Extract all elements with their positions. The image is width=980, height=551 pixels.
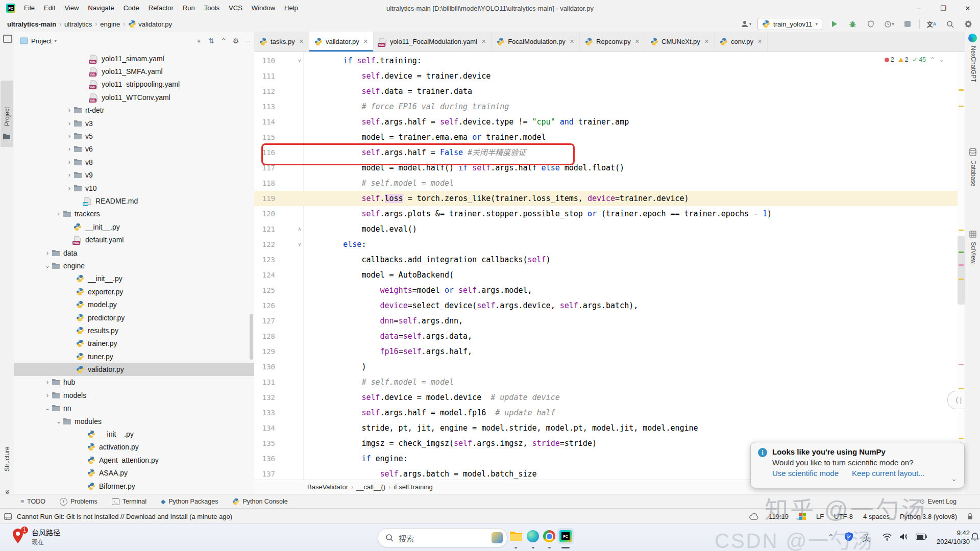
- tab-close-icon[interactable]: ✕: [363, 38, 368, 45]
- tree-item-yolo11_simam.yaml[interactable]: YMLyolo11_simam.yaml: [14, 52, 254, 65]
- stripe-mark[interactable]: [959, 106, 964, 107]
- toolbar-python-console[interactable]: Python Console: [232, 498, 287, 506]
- code-line-114[interactable]: 114 self.args.half = self.device.type !=…: [254, 114, 958, 130]
- editor-breadcrumb-item[interactable]: BaseValidator: [307, 483, 348, 491]
- menu-edit[interactable]: Edit: [39, 0, 60, 16]
- fold-marker-icon[interactable]: ∨: [295, 53, 304, 68]
- tree-item-trainer.py[interactable]: trainer.py: [14, 337, 254, 350]
- toolbar-problems[interactable]: !Problems: [60, 498, 97, 506]
- fold-marker-icon[interactable]: ∨: [295, 237, 304, 252]
- sync-cloud-icon[interactable]: [749, 513, 758, 520]
- use-scientific-mode-link[interactable]: Use scientific mode: [772, 469, 839, 478]
- taskbar-widget[interactable]: 1 台风路径 现在: [11, 527, 60, 546]
- toolbar-python-packages[interactable]: ◆Python Packages: [161, 498, 218, 506]
- tree-item-README.md[interactable]: MDREADME.md: [14, 194, 254, 207]
- menu-tools[interactable]: Tools: [200, 0, 224, 16]
- tree-item-hub[interactable]: ›hub: [14, 376, 254, 389]
- close-button[interactable]: ✕: [955, 0, 980, 16]
- tab-conv.py[interactable]: conv.py✕: [715, 32, 768, 52]
- breadcrumb-item[interactable]: engine: [100, 20, 120, 28]
- tree-chevron-icon[interactable]: ›: [43, 392, 52, 399]
- tree-chevron-icon[interactable]: ⌄: [55, 418, 63, 425]
- code-line-115[interactable]: 115 model = trainer.ema.ema or trainer.m…: [254, 130, 958, 145]
- tab-close-icon[interactable]: ✕: [635, 38, 640, 45]
- tree-item-model.py[interactable]: model.py: [14, 298, 254, 311]
- tree-chevron-icon[interactable]: ›: [65, 185, 74, 192]
- tab-close-icon[interactable]: ✕: [704, 38, 709, 45]
- taskbar-search[interactable]: 搜索: [378, 528, 507, 547]
- code-line-124[interactable]: 124 model = AutoBackend(: [254, 267, 958, 283]
- tree-chevron-icon[interactable]: ›: [55, 210, 63, 217]
- tree-item-validator.py[interactable]: validator.py: [14, 363, 254, 375]
- tree-chevron-icon[interactable]: ›: [43, 379, 52, 386]
- tree-item-engine[interactable]: ⌄engine: [14, 259, 254, 272]
- code-line-111[interactable]: 111 self.device = trainer.device: [254, 68, 958, 84]
- search-everywhere-icon[interactable]: [943, 18, 957, 30]
- maximize-button[interactable]: ❐: [931, 0, 955, 16]
- pycharm-taskbar-icon[interactable]: PC: [557, 528, 574, 544]
- tree-item-__init__.py[interactable]: __init__.py: [14, 272, 254, 285]
- security-shield-icon[interactable]: [844, 532, 853, 542]
- tree-item-ASAA.py[interactable]: ASAA.py: [14, 467, 254, 480]
- nexchatgpt-stripe-label[interactable]: NexChatGPT: [970, 46, 977, 82]
- breadcrumb-item[interactable]: ultralytics: [64, 20, 92, 28]
- tree-item-trackers[interactable]: ›trackers: [14, 208, 254, 220]
- chrome-browser-icon[interactable]: [543, 530, 555, 542]
- stripe-mark[interactable]: [959, 89, 964, 91]
- tree-item-nn[interactable]: ⌄nn: [14, 402, 254, 415]
- tree-item-v8[interactable]: ›v8: [14, 156, 254, 168]
- stripe-mark[interactable]: [959, 230, 964, 231]
- code-line-134[interactable]: 134 stride, pt, jit, engine = model.stri…: [254, 420, 958, 436]
- stripe-mark[interactable]: [959, 264, 964, 266]
- tree-item-Biformer.py[interactable]: Biformer.py: [14, 480, 254, 492]
- code-line-120[interactable]: 120 self.args.plots &= trainer.stopper.p…: [254, 206, 958, 221]
- tree-chevron-icon[interactable]: ›: [65, 159, 74, 166]
- tree-item-tuner.py[interactable]: tuner.py: [14, 350, 254, 363]
- project-panel-title[interactable]: Project: [31, 37, 52, 45]
- stripe-mark[interactable]: [959, 252, 964, 253]
- tab-close-icon[interactable]: ✕: [299, 38, 304, 45]
- lock-icon[interactable]: [967, 513, 973, 520]
- breadcrumb-item[interactable]: validator.py: [128, 20, 172, 28]
- menu-file[interactable]: File: [19, 0, 39, 16]
- search-highlight-icon[interactable]: [492, 532, 503, 543]
- collapse-all-icon[interactable]: ⌃: [217, 37, 230, 45]
- stop-button[interactable]: [901, 18, 914, 30]
- profiler-button[interactable]: ▾: [883, 18, 896, 30]
- tree-item-modules[interactable]: ⌄modules: [14, 415, 254, 428]
- toolwindow-toggle-icon[interactable]: [4, 513, 12, 520]
- tree-item-v3[interactable]: ›v3: [14, 117, 254, 130]
- code-line-118[interactable]: 118 # self.model = model: [254, 176, 958, 191]
- coverage-button[interactable]: [864, 18, 877, 30]
- menu-help[interactable]: Help: [280, 0, 303, 16]
- tree-item-v6[interactable]: ›v6: [14, 143, 254, 156]
- menu-refactor[interactable]: Refactor: [144, 0, 178, 16]
- tab-close-icon[interactable]: ✕: [570, 38, 574, 45]
- stripe-mark[interactable]: [959, 438, 964, 439]
- prev-problem-icon[interactable]: ⌃: [930, 56, 935, 63]
- tray-clock[interactable]: 9:42 2024/10/30: [933, 529, 970, 546]
- tree-item-models[interactable]: ›models: [14, 389, 254, 402]
- notification-expand-icon[interactable]: ⌄: [951, 474, 957, 483]
- debug-button[interactable]: [846, 18, 859, 30]
- editor-breadcrumb-item[interactable]: if self.training: [394, 483, 433, 491]
- tab-FocalModulation.py[interactable]: FocalModulation.py✕: [492, 32, 580, 52]
- status-message[interactable]: Cannot Run Git: Git is not installed // …: [17, 513, 232, 520]
- tree-chevron-icon[interactable]: ›: [65, 145, 74, 153]
- run-button[interactable]: [827, 18, 841, 30]
- menu-view[interactable]: View: [60, 0, 83, 16]
- tree-chevron-icon[interactable]: ⌄: [43, 262, 52, 269]
- ime-indicator[interactable]: 英: [863, 532, 870, 543]
- tree-item-data[interactable]: ›data: [14, 246, 254, 259]
- wifi-icon[interactable]: [882, 533, 892, 541]
- code-editor[interactable]: 110∨ if self.training:111 self.device = …: [254, 52, 965, 480]
- tree-item-activation.py[interactable]: activation.py: [14, 441, 254, 454]
- code-line-127[interactable]: 127 dnn=self.args.dnn,: [254, 313, 958, 329]
- tree-item-exporter.py[interactable]: exporter.py: [14, 285, 254, 298]
- tab-tasks.py[interactable]: tasks.py✕: [254, 32, 309, 52]
- event-log-button[interactable]: Event Log: [928, 498, 957, 505]
- menu-run[interactable]: Run: [178, 0, 200, 16]
- stripe-mark[interactable]: [959, 388, 964, 389]
- tree-chevron-icon[interactable]: ›: [65, 133, 74, 140]
- notification-bell-icon[interactable]: [971, 532, 979, 541]
